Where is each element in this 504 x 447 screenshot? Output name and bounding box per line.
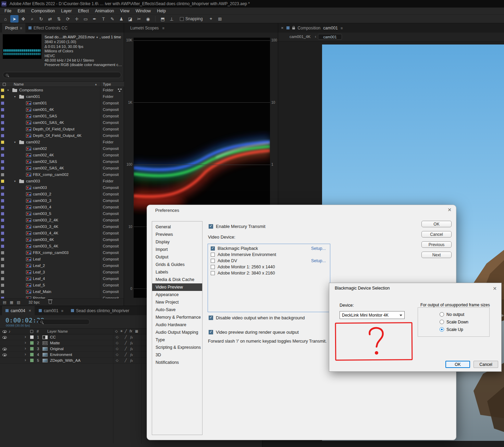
prefs-category-output[interactable]: Output: [152, 253, 202, 261]
prefs-category-audio-output-mapping[interactable]: Audio Output Mapping: [152, 329, 202, 336]
project-row[interactable]: cam001_SAS_4KComposit: [0, 119, 124, 126]
snap-option-icon[interactable]: ⌖: [207, 15, 215, 23]
layer-label-color[interactable]: [30, 359, 34, 362]
expand-arrow-icon[interactable]: ›: [25, 352, 26, 357]
device-row-adobe-immersive-environment[interactable]: Adobe Immersive Environment: [208, 252, 330, 258]
interpret-footage-icon[interactable]: ▤: [3, 300, 6, 305]
disclosure-triangle-icon[interactable]: ▼: [14, 141, 16, 143]
prefs-next-button[interactable]: Next: [421, 252, 452, 258]
project-row[interactable]: cam001_4KComposit: [0, 106, 124, 113]
orbit-camera-tool[interactable]: ↻: [37, 15, 45, 23]
visibility-eye-icon[interactable]: [2, 354, 7, 356]
eraser-tool[interactable]: ◪: [126, 15, 134, 23]
snapping-checkbox[interactable]: [180, 17, 184, 21]
project-row[interactable]: cam001_SASComposit: [0, 113, 124, 119]
roto-brush-tool[interactable]: ✂: [135, 15, 143, 23]
project-row[interactable]: cam003_2_4KComposit: [0, 217, 124, 224]
project-row[interactable]: cam003_2Composit: [0, 191, 124, 197]
menu-help[interactable]: Help: [154, 8, 169, 14]
project-row[interactable]: ▼CompositionsFolder: [0, 87, 124, 93]
project-row[interactable]: Leaf_4Composit: [0, 276, 124, 282]
new-folder-icon[interactable]: ▦: [10, 300, 13, 305]
menu-composition[interactable]: Composition: [28, 8, 58, 14]
setup-link[interactable]: Setup...: [311, 258, 326, 263]
label-color[interactable]: [1, 193, 4, 196]
align-icon[interactable]: ⊥: [168, 15, 176, 23]
prefs-category-notifications[interactable]: Notifications: [152, 359, 202, 366]
cancel-button[interactable]: Cancel: [474, 361, 498, 368]
label-color[interactable]: [1, 167, 4, 170]
label-color[interactable]: [1, 232, 4, 235]
menu-layer[interactable]: Layer: [58, 8, 75, 14]
device-checkbox[interactable]: [211, 259, 215, 263]
device-row-adobe-monitor-1-2560-x-1440[interactable]: Adobe Monitor 1: 2560 x 1440: [208, 264, 330, 270]
radio-button[interactable]: [440, 312, 444, 317]
label-color[interactable]: [1, 173, 4, 176]
label-color[interactable]: [1, 264, 4, 267]
menu-effect[interactable]: Effect: [75, 8, 92, 14]
project-row[interactable]: cam002_4KComposit: [0, 152, 124, 158]
visibility-eye-icon[interactable]: [2, 336, 7, 339]
hand-tool[interactable]: ✥: [19, 15, 27, 23]
trash-icon[interactable]: [49, 301, 52, 304]
radio-row-scale-down[interactable]: Scale Down: [440, 319, 468, 324]
project-row[interactable]: cam003_4KComposit: [0, 237, 124, 243]
project-row[interactable]: RipplerComposit: [0, 295, 124, 298]
type-tool[interactable]: T: [99, 15, 108, 23]
device-row-blackmagic-playback[interactable]: Blackmagic PlaybackSetup...: [208, 245, 330, 252]
flowchart-icon[interactable]: [118, 89, 122, 92]
selection-tool[interactable]: ➤: [10, 15, 19, 23]
label-color[interactable]: [1, 121, 4, 124]
puppet-pin-tool[interactable]: ◉: [144, 15, 152, 23]
rectangle-tool[interactable]: ▭: [82, 15, 90, 23]
panel-menu-icon[interactable]: ≡: [341, 26, 343, 30]
label-color[interactable]: [1, 284, 4, 287]
shy-switch[interactable]: ◇: [116, 358, 119, 362]
project-row[interactable]: ▼cam001Folder: [0, 93, 124, 100]
disclosure-triangle-icon[interactable]: ▼: [14, 180, 16, 182]
prefs-category-memory-performance[interactable]: Memory & Performance: [152, 314, 202, 321]
fx-switch[interactable]: fx: [130, 335, 133, 339]
label-color[interactable]: [1, 245, 4, 248]
prefs-category-import[interactable]: Import: [152, 246, 202, 253]
lock-icon[interactable]: [292, 27, 295, 29]
label-color[interactable]: [1, 186, 4, 189]
project-row[interactable]: Depth_Of_Field_Output_4KComposit: [0, 132, 124, 139]
label-color[interactable]: [1, 212, 4, 215]
breadcrumb-current[interactable]: cam001: [318, 34, 342, 40]
prefs-category-previews[interactable]: Previews: [152, 231, 202, 238]
render-queue-checkbox[interactable]: [209, 330, 213, 334]
layer-label-color[interactable]: [30, 335, 34, 339]
breadcrumb-parent[interactable]: cam001_4K: [290, 35, 310, 39]
prefs-category-display[interactable]: Display: [152, 238, 202, 246]
label-color[interactable]: [1, 154, 4, 157]
shy-switch[interactable]: ◇: [116, 353, 119, 356]
project-row[interactable]: cam003_3_4KComposit: [0, 224, 124, 230]
menu-window[interactable]: Window: [133, 8, 154, 14]
label-color[interactable]: [1, 225, 4, 228]
disable-background-checkbox[interactable]: [209, 316, 213, 320]
radio-row-scale-up[interactable]: Scale Up: [440, 327, 463, 332]
project-row[interactable]: cam003_5Composit: [0, 210, 124, 217]
label-color[interactable]: [1, 95, 4, 98]
menu-animation[interactable]: Animation: [92, 8, 117, 14]
menu-edit[interactable]: Edit: [14, 8, 28, 14]
label-color[interactable]: [1, 180, 4, 183]
project-row[interactable]: ▼cam002Folder: [0, 139, 124, 145]
radio-button[interactable]: [440, 327, 444, 332]
label-color[interactable]: [1, 219, 4, 222]
label-color[interactable]: [1, 199, 4, 202]
prefs-previous-button[interactable]: Previous: [421, 241, 452, 248]
quality-switch[interactable]: ╱: [125, 353, 127, 356]
label-color[interactable]: [1, 290, 4, 293]
close-icon[interactable]: ×: [281, 25, 284, 30]
project-row[interactable]: cam003_4_4KComposit: [0, 230, 124, 237]
layer-label-color[interactable]: [30, 347, 34, 350]
mask-mode-icon[interactable]: ⬒: [159, 15, 167, 23]
dolly-camera-tool[interactable]: ⇅: [55, 15, 63, 23]
close-icon[interactable]: ✕: [447, 207, 452, 213]
project-row[interactable]: cam003_5_4KComposit: [0, 243, 124, 250]
label-color[interactable]: [1, 160, 4, 163]
prefs-category-video-preview[interactable]: Video Preview: [152, 283, 202, 291]
device-checkbox[interactable]: [211, 253, 215, 257]
